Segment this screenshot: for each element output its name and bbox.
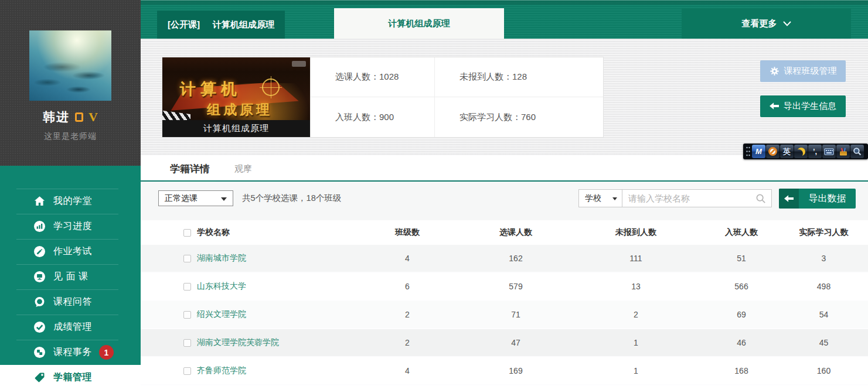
user-name: 韩进 <box>43 109 70 125</box>
sidebar-item-course-affairs[interactable]: 课程事务 1 <box>0 340 141 365</box>
pencil-circle-icon <box>33 245 46 258</box>
table-header: 学校名称 班级数 选课人数 未报到人数 入班人数 实际学习人数 <box>141 220 868 245</box>
stat-actual-learning: 实际学习人数：760 <box>434 97 603 137</box>
tab-roster-detail[interactable]: 学籍详情 <box>170 162 210 176</box>
sidebar-item-learning-progress[interactable]: 学习进度 <box>0 214 141 239</box>
export-data-button[interactable]: 导出数据 <box>779 189 856 209</box>
row-checkbox[interactable] <box>183 311 191 319</box>
cell-enrolled: 579 <box>463 282 569 291</box>
tab-current-course[interactable]: 计算机组成原理 <box>334 8 504 39</box>
squares-circle-icon <box>33 346 46 358</box>
course-affairs-badge: 1 <box>99 345 114 360</box>
stat-in-class: 入班人数：900 <box>310 97 434 137</box>
sidebar-item-label: 课程事务 <box>53 346 92 358</box>
cell-enrolled: 169 <box>463 366 569 375</box>
crosshair-icon <box>262 78 280 96</box>
sidebar-item-meeting-class[interactable]: 见 面 课 <box>0 264 141 289</box>
full-half-width-moon-icon[interactable] <box>794 145 808 158</box>
school-search-input[interactable] <box>622 190 771 207</box>
stat-not-reported: 未报到人数：128 <box>434 57 603 97</box>
school-link[interactable]: 湖南文理学院芙蓉学院 <box>197 337 279 348</box>
soft-keyboard-icon[interactable] <box>822 145 836 158</box>
table-row: 湖南城市学院 4 162 111 51 3 <box>141 245 868 273</box>
school-link[interactable]: 齐鲁师范学院 <box>197 365 246 376</box>
home-icon <box>33 195 46 207</box>
sidebar-item-grade-management[interactable]: 成绩管理 <box>0 315 141 340</box>
table-row: 齐鲁师范学院 4 169 1 168 160 <box>141 357 868 385</box>
chinese-english-toggle-icon[interactable]: 英 <box>780 145 794 158</box>
select-all-checkbox[interactable] <box>183 229 191 237</box>
thumbnail-caption: 计算机组成原理 <box>162 120 310 137</box>
cell-class-count: 4 <box>352 366 463 375</box>
course-stats-panel: 计算机 组成原理 计算机组成原理 选课人数：1028 未报到人数：128 入班人… <box>162 57 604 138</box>
sidebar-item-my-school[interactable]: 我的学堂 <box>0 189 141 214</box>
cell-actual-learning: 3 <box>780 254 868 263</box>
cell-class-count: 2 <box>352 338 463 347</box>
avatar[interactable] <box>29 30 111 101</box>
gear-icon <box>770 66 780 76</box>
ime-toolbox-icon[interactable] <box>836 145 850 158</box>
roster-panel: 学籍详情 观摩 正常选课 共5个学校选课，18个班级 学校 <box>141 155 868 386</box>
chevron-down-icon <box>783 21 791 26</box>
drag-handle-icon[interactable] <box>744 145 751 158</box>
search-group: 学校 <box>578 189 772 207</box>
cell-in-class: 51 <box>703 254 780 263</box>
search-box <box>622 189 772 207</box>
vip-v-badge: V <box>88 110 98 125</box>
ime-search-icon[interactable] <box>850 145 864 158</box>
table-body: 湖南城市学院 4 162 111 51 3 山东科技大学 6 579 13 56… <box>141 245 868 385</box>
cell-class-count: 2 <box>352 310 463 319</box>
view-more-button[interactable]: 查看更多 <box>682 8 851 39</box>
col-in-class: 入班人数 <box>703 227 780 238</box>
sidebar-item-homework-exam[interactable]: 作业考试 <box>0 239 141 264</box>
filter-bar: 正常选课 共5个学校选课，18个班级 学校 导出数据 <box>141 182 868 220</box>
public-course-tag: [公开课] <box>168 19 200 30</box>
school-link[interactable]: 山东科技大学 <box>197 281 246 292</box>
tag-icon <box>33 371 46 384</box>
chat-bubble-icon <box>33 296 46 308</box>
export-data-label: 导出数据 <box>799 189 856 209</box>
row-checkbox[interactable] <box>183 283 191 291</box>
class-management-button[interactable]: 课程班级管理 <box>760 60 846 82</box>
school-summary-text: 共5个学校选课，18个班级 <box>242 190 341 206</box>
cell-not-reported: 111 <box>569 254 703 263</box>
table-row: 湖南文理学院芙蓉学院 2 47 1 46 45 <box>141 329 868 357</box>
sidebar-item-course-qa[interactable]: 课程问答 <box>0 289 141 315</box>
col-not-reported: 未报到人数 <box>569 227 703 238</box>
punctuation-toggle-icon[interactable]: ’, <box>808 145 822 158</box>
sidebar-item-label: 课程问答 <box>53 296 92 308</box>
search-icon[interactable] <box>755 193 767 204</box>
sidebar-item-student-roster[interactable]: 学籍管理 <box>0 365 141 386</box>
cell-in-class: 566 <box>703 282 780 291</box>
sidebar-item-label: 成绩管理 <box>53 321 92 333</box>
export-arrow-icon <box>770 103 779 110</box>
ime-logo-m-icon[interactable]: M <box>752 145 765 158</box>
row-checkbox[interactable] <box>183 255 191 262</box>
user-subtitle: 这里是老师端 <box>0 131 141 142</box>
export-students-button[interactable]: 导出学生信息 <box>760 95 846 117</box>
ime-language-bar: M 英 ’, <box>743 144 868 159</box>
cell-not-reported: 1 <box>569 366 703 375</box>
row-checkbox[interactable] <box>183 367 191 375</box>
course-header-bar: [公开课] 计算机组成原理 计算机组成原理 查看更多 <box>141 0 868 39</box>
tab-observe[interactable]: 观摩 <box>234 163 252 175</box>
progress-chart-icon <box>33 220 46 233</box>
sidebar-item-label: 我的学堂 <box>53 195 92 207</box>
monitor-circle-icon <box>33 271 46 283</box>
course-thumbnail[interactable]: 计算机 组成原理 计算机组成原理 <box>162 57 310 137</box>
disabled-mode-icon[interactable] <box>766 145 780 158</box>
cell-in-class: 69 <box>703 310 780 319</box>
school-link[interactable]: 湖南城市学院 <box>197 253 246 264</box>
enroll-status-select[interactable]: 正常选课 <box>158 190 233 206</box>
cell-enrolled: 71 <box>463 310 569 319</box>
cell-enrolled: 47 <box>463 338 569 347</box>
search-type-select[interactable]: 学校 <box>578 189 622 207</box>
col-enrolled: 选课人数 <box>463 227 569 238</box>
school-link[interactable]: 绍兴文理学院 <box>197 309 246 320</box>
row-checkbox[interactable] <box>183 339 191 347</box>
cell-class-count: 4 <box>352 254 463 263</box>
tab-public-course[interactable]: [公开课] 计算机组成原理 <box>157 11 285 39</box>
cell-actual-learning: 45 <box>780 338 868 347</box>
user-row: 韩进 V <box>0 109 141 125</box>
export-students-label: 导出学生信息 <box>784 101 836 112</box>
